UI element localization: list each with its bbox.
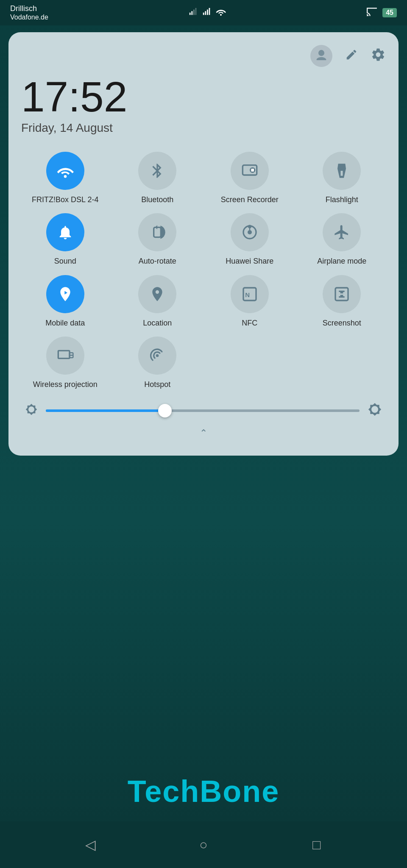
tile-airplane-mode[interactable]: Airplane mode xyxy=(298,213,386,266)
brightness-thumb[interactable] xyxy=(158,404,172,417)
svg-rect-7 xyxy=(209,8,210,15)
tile-label-huawei-share: Huawei Share xyxy=(226,256,273,266)
tile-sound[interactable]: Sound xyxy=(21,213,109,266)
tile-huawei-share[interactable]: Huawei Share xyxy=(206,213,294,266)
brightness-high-icon xyxy=(368,403,382,419)
brightness-track xyxy=(46,409,360,412)
tile-label-wireless-projection: Wireless projection xyxy=(33,380,98,389)
svg-rect-0 xyxy=(190,12,191,15)
tile-circle-sound xyxy=(46,213,84,251)
tile-hotspot[interactable]: Hotspot xyxy=(114,337,202,389)
tile-flashlight[interactable]: Flashlight xyxy=(298,152,386,205)
brightness-fill xyxy=(46,409,165,412)
status-right: 45 xyxy=(366,7,397,19)
svg-rect-1 xyxy=(191,11,192,15)
recent-button[interactable]: □ xyxy=(306,834,327,855)
back-button[interactable]: ◁ xyxy=(80,834,101,855)
panel-top-row xyxy=(21,45,386,67)
notification-panel: 17:52 Friday, 14 August FRITZ!Box DSL 2-… xyxy=(8,32,399,456)
svg-rect-19 xyxy=(58,351,70,359)
tile-screenshot[interactable]: Screenshot xyxy=(298,275,386,328)
tile-circle-wifi xyxy=(46,152,84,190)
tile-location[interactable]: Location xyxy=(114,275,202,328)
tile-circle-screenshot xyxy=(323,275,361,313)
svg-rect-5 xyxy=(205,11,206,15)
tile-nfc[interactable]: NNFC xyxy=(206,275,294,328)
svg-point-22 xyxy=(156,354,159,357)
tile-auto-rotate[interactable]: Auto-rotate xyxy=(114,213,202,266)
tile-circle-auto-rotate xyxy=(138,213,176,251)
tile-label-nfc: NFC xyxy=(242,318,257,328)
tile-screen-recorder[interactable]: Screen Recorder xyxy=(206,152,294,205)
tile-label-mobile-data: Mobile data xyxy=(45,318,85,328)
tile-label-airplane-mode: Airplane mode xyxy=(317,256,366,266)
signal-bar-1-icon xyxy=(189,7,198,19)
svg-rect-10 xyxy=(251,169,254,172)
battery-indicator: 45 xyxy=(382,8,397,17)
wifi-status-icon xyxy=(216,7,226,19)
brightness-low-icon xyxy=(25,403,37,418)
carrier-info: Drillisch Vodafone.de xyxy=(10,4,48,21)
svg-rect-3 xyxy=(195,8,197,15)
tile-label-hotspot: Hotspot xyxy=(144,380,170,389)
settings-icon[interactable] xyxy=(371,47,386,65)
svg-rect-2 xyxy=(193,9,195,15)
brightness-row xyxy=(21,403,386,419)
carrier-name: Drillisch xyxy=(10,4,48,14)
svg-rect-4 xyxy=(203,12,204,15)
quick-settings-grid: FRITZ!Box DSL 2-4BluetoothScreen Recorde… xyxy=(21,152,386,390)
tile-label-wifi: FRITZ!Box DSL 2-4 xyxy=(32,195,98,205)
tile-wireless-projection[interactable]: Wireless projection xyxy=(21,337,109,389)
tile-label-flashlight: Flashlight xyxy=(326,195,358,205)
avatar[interactable] xyxy=(310,45,332,67)
time-display: 17:52 Friday, 14 August xyxy=(21,75,386,135)
tile-circle-hotspot xyxy=(138,337,176,375)
tile-circle-location xyxy=(138,275,176,313)
tile-label-screen-recorder: Screen Recorder xyxy=(221,195,279,205)
brand-label: TechBone xyxy=(0,774,407,809)
status-bar: Drillisch Vodafone.de 45 xyxy=(0,0,407,25)
cast-icon xyxy=(366,7,377,19)
svg-rect-18 xyxy=(335,288,348,300)
svg-text:N: N xyxy=(245,291,250,298)
swipe-handle[interactable]: ⌃ xyxy=(21,428,386,439)
tile-circle-bluetooth xyxy=(138,152,176,190)
tile-circle-screen-recorder xyxy=(231,152,269,190)
svg-point-13 xyxy=(248,230,252,234)
tile-circle-wireless-projection xyxy=(46,337,84,375)
tile-circle-huawei-share xyxy=(231,213,269,251)
tile-label-auto-rotate: Auto-rotate xyxy=(139,256,176,266)
carrier-sub: Vodafone.de xyxy=(10,14,48,21)
tile-circle-nfc: N xyxy=(231,275,269,313)
tile-label-sound: Sound xyxy=(54,256,76,266)
clock-time: 17:52 xyxy=(21,75,386,118)
tile-circle-flashlight xyxy=(323,152,361,190)
battery-level: 45 xyxy=(386,9,393,17)
tile-circle-airplane-mode xyxy=(323,213,361,251)
signal-icons xyxy=(189,7,226,19)
nav-bar: ◁ ○ □ xyxy=(0,821,407,868)
signal-bar-2-icon xyxy=(202,7,212,19)
home-button[interactable]: ○ xyxy=(193,834,214,855)
tile-mobile-data[interactable]: Mobile data xyxy=(21,275,109,328)
current-date: Friday, 14 August xyxy=(21,121,386,135)
tile-wifi[interactable]: FRITZ!Box DSL 2-4 xyxy=(21,152,109,205)
edit-icon[interactable] xyxy=(345,48,358,64)
tile-label-screenshot: Screenshot xyxy=(323,318,361,328)
brightness-slider[interactable] xyxy=(46,409,360,412)
tile-label-location: Location xyxy=(143,318,172,328)
svg-rect-6 xyxy=(207,9,208,15)
tile-label-bluetooth: Bluetooth xyxy=(141,195,173,205)
tile-circle-mobile-data xyxy=(46,275,84,313)
tile-bluetooth[interactable]: Bluetooth xyxy=(114,152,202,205)
svg-point-14 xyxy=(248,225,251,228)
